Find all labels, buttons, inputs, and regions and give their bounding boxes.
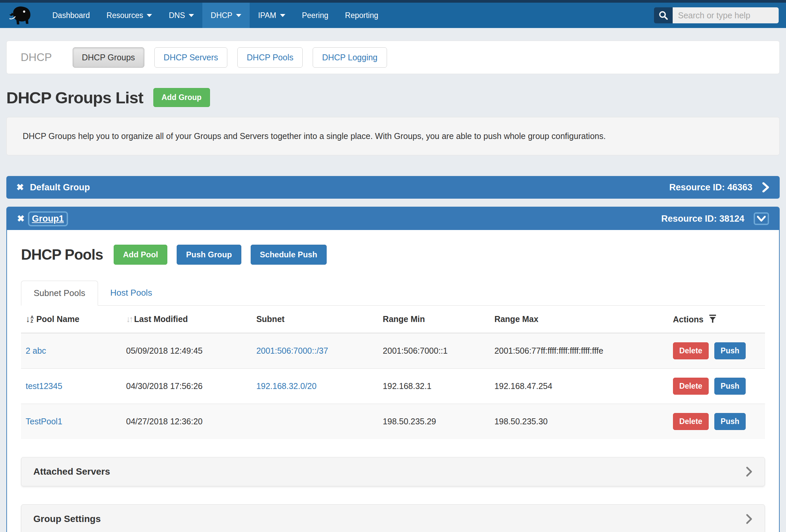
pools-title: DHCP Pools <box>21 246 103 263</box>
subnet-pools-table: ↓AZPool Name ↓↑Last Modified Subnet Rang… <box>21 306 765 439</box>
pool-name-link[interactable]: 2 abc <box>26 346 46 355</box>
nav-item-reporting[interactable]: Reporting <box>337 3 387 28</box>
expand-section-chevron[interactable] <box>746 514 753 524</box>
nav-item-resources[interactable]: Resources <box>98 3 161 28</box>
table-header-row: ↓AZPool Name ↓↑Last Modified Subnet Rang… <box>21 306 765 333</box>
expand-group-chevron[interactable] <box>762 182 770 192</box>
nav-menu: Dashboard Resources DNS DHCP IPAM Peerin… <box>44 3 387 28</box>
caret-down-icon <box>236 14 241 17</box>
sort-updown-icon[interactable]: ↓↑ <box>126 314 132 324</box>
table-row: 2 abc 05/09/2018 12:49:45 2001:506:7000:… <box>21 333 765 369</box>
remove-group-icon[interactable]: ✖ <box>16 183 24 192</box>
last-modified-cell: 04/27/2018 12:36:20 <box>121 404 252 439</box>
subnav-button-dhcp-logging[interactable]: DHCP Logging <box>313 47 387 68</box>
pool-name-link[interactable]: test12345 <box>26 381 62 391</box>
schedule-push-button[interactable]: Schedule Push <box>251 245 327 265</box>
delete-pool-button[interactable]: Delete <box>673 378 709 395</box>
nav-label: DNS <box>169 11 185 20</box>
push-pool-button[interactable]: Push <box>714 342 746 359</box>
range-min-cell: 2001:506:7000::1 <box>378 333 490 369</box>
group-settings-panel[interactable]: Group Settings <box>21 504 765 532</box>
sort-letter-z: Z <box>31 319 34 323</box>
subnet-link[interactable]: 2001:506:7000::/37 <box>256 346 328 355</box>
group-bar-right: Resource ID: 46363 <box>669 182 770 193</box>
header-range-max[interactable]: Range Max <box>490 306 668 333</box>
group-panel-group1: ✖ Group1 Resource ID: 38124 DHCP Pools A… <box>6 207 780 532</box>
global-search <box>654 7 779 23</box>
arrow-down-glyph: ↓ <box>126 314 129 324</box>
expand-section-chevron[interactable] <box>746 467 753 477</box>
push-pool-button[interactable]: Push <box>714 413 746 430</box>
page-title: DHCP Groups List <box>6 88 143 107</box>
range-max-cell: 2001:506:77ff:ffff:ffff:ffff:ffff:fffe <box>490 333 668 369</box>
subnav-button-dhcp-pools[interactable]: DHCP Pools <box>237 47 303 68</box>
range-min-cell: 192.168.32.1 <box>378 369 490 404</box>
search-input[interactable] <box>673 7 779 23</box>
header-pool-name[interactable]: ↓AZPool Name <box>21 306 121 333</box>
group-bar-right: Resource ID: 38124 <box>661 212 769 225</box>
arrow-up-glyph: ↑ <box>129 314 132 324</box>
nav-item-peering[interactable]: Peering <box>294 3 337 28</box>
chevron-right-icon <box>762 182 770 192</box>
delete-pool-button[interactable]: Delete <box>673 413 709 430</box>
filter-icon[interactable] <box>709 314 716 323</box>
resource-id-text: Resource ID: 46363 <box>669 182 752 193</box>
add-group-button[interactable]: Add Group <box>153 88 210 107</box>
group-bar-default-group[interactable]: ✖ Default Group Resource ID: 46363 <box>6 176 780 199</box>
nav-label: DHCP <box>211 11 232 20</box>
last-modified-cell: 05/09/2018 12:49:45 <box>121 333 252 369</box>
group-panel-body: DHCP Pools Add Pool Push Group Schedule … <box>7 230 779 532</box>
nav-item-dhcp[interactable]: DHCP <box>202 3 250 28</box>
header-range-min[interactable]: Range Min <box>378 306 490 333</box>
header-subnet[interactable]: Subnet <box>252 306 378 333</box>
delete-pool-button[interactable]: Delete <box>673 342 709 359</box>
search-button[interactable] <box>654 7 673 23</box>
push-pool-button[interactable]: Push <box>714 378 746 395</box>
group-name: Default Group <box>30 182 90 193</box>
subnet-link[interactable]: 192.168.32.0/20 <box>256 381 317 391</box>
chevron-down-icon <box>757 215 766 222</box>
table-row: TestPool1 04/27/2018 12:36:20 198.50.235… <box>21 404 765 439</box>
caret-down-icon <box>189 14 194 17</box>
arrow-down-glyph: ↓ <box>26 314 30 324</box>
pool-name-link[interactable]: TestPool1 <box>26 417 62 426</box>
tab-subnet-pools[interactable]: Subnet Pools <box>21 281 98 306</box>
push-group-button[interactable]: Push Group <box>177 245 241 265</box>
page-head: DHCP Groups List Add Group <box>6 88 780 107</box>
range-max-cell: 198.50.235.30 <box>490 404 668 439</box>
chevron-right-icon <box>746 467 753 477</box>
nav-label: Reporting <box>345 11 378 20</box>
range-min-cell: 198.50.235.29 <box>378 404 490 439</box>
mammoth-logo-icon[interactable] <box>7 5 34 26</box>
remove-group-icon[interactable]: ✖ <box>17 214 25 223</box>
main-navbar: Dashboard Resources DNS DHCP IPAM Peerin… <box>0 3 786 28</box>
caret-down-icon <box>147 14 152 17</box>
sort-alpha-asc-icon[interactable]: ↓AZ <box>26 314 34 324</box>
pools-head: DHCP Pools Add Pool Push Group Schedule … <box>21 245 765 265</box>
last-modified-cell: 04/30/2018 17:56:26 <box>121 369 252 404</box>
group-name-link[interactable]: Group1 <box>29 213 67 225</box>
range-max-cell: 192.168.47.254 <box>490 369 668 404</box>
nav-label: Resources <box>107 11 143 20</box>
nav-item-ipam[interactable]: IPAM <box>250 3 294 28</box>
subnav-button-dhcp-groups[interactable]: DHCP Groups <box>73 47 144 68</box>
attached-servers-panel[interactable]: Attached Servers <box>21 457 765 486</box>
tab-host-pools[interactable]: Host Pools <box>98 281 165 306</box>
page-container: DHCP DHCP Groups DHCP Servers DHCP Pools… <box>6 41 780 532</box>
collapse-group-chevron[interactable] <box>754 212 769 225</box>
add-pool-button[interactable]: Add Pool <box>114 245 167 265</box>
groups-description: DHCP Groups help you to organize all of … <box>6 117 780 155</box>
header-last-modified[interactable]: ↓↑Last Modified <box>121 306 252 333</box>
subnav-button-dhcp-servers[interactable]: DHCP Servers <box>154 47 227 68</box>
attached-servers-label: Attached Servers <box>33 466 110 477</box>
nav-label: Peering <box>302 11 328 20</box>
nav-label: IPAM <box>258 11 276 20</box>
subnav-title: DHCP <box>21 51 52 64</box>
table-row: test12345 04/30/2018 17:56:26 192.168.32… <box>21 369 765 404</box>
nav-label: Dashboard <box>52 11 90 20</box>
header-label: Last Modified <box>134 314 188 324</box>
resource-id-text: Resource ID: 38124 <box>661 214 744 224</box>
nav-item-dashboard[interactable]: Dashboard <box>44 3 98 28</box>
nav-item-dns[interactable]: DNS <box>160 3 202 28</box>
group-bar-group1[interactable]: ✖ Group1 Resource ID: 38124 <box>7 207 779 230</box>
